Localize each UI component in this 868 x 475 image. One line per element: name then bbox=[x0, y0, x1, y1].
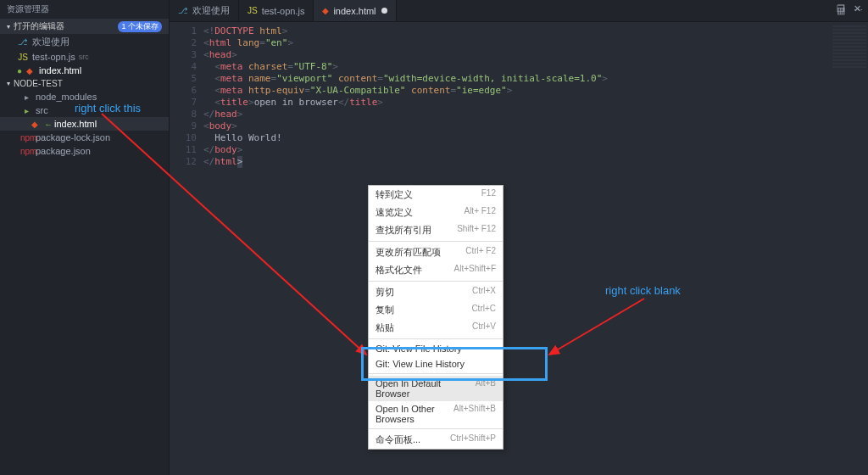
menu-item-label: Open In Default Browser bbox=[376, 378, 476, 399]
menu-item-shortcut: Ctrl+C bbox=[471, 304, 496, 316]
context-menu-item[interactable]: 剪切Ctrl+X bbox=[369, 283, 503, 301]
menu-separator bbox=[369, 338, 503, 339]
menu-item-label: Open In Other Browsers bbox=[376, 404, 453, 424]
menu-item-label: 复制 bbox=[376, 304, 394, 316]
sidebar: 资源管理器 ▾ 打开的编辑器 1 个未保存 ⎇欢迎使用JStest-opn.js… bbox=[0, 0, 170, 475]
restore-window-icon[interactable]: ❐ bbox=[837, 3, 845, 14]
open-editor-item[interactable]: ●◆index.html bbox=[0, 64, 169, 77]
context-menu-item[interactable]: 格式化文件Alt+Shift+F bbox=[369, 261, 503, 279]
dirty-dot-icon bbox=[381, 8, 387, 14]
open-editor-item[interactable]: JStest-opn.jssrc bbox=[0, 50, 169, 64]
menu-separator bbox=[369, 241, 503, 242]
context-menu-item[interactable]: 命令面板...Ctrl+Shift+P bbox=[369, 431, 503, 449]
open-editors-header[interactable]: ▾ 打开的编辑器 1 个未保存 bbox=[0, 19, 169, 34]
menu-item-label: Git: View Line History bbox=[376, 359, 465, 369]
menu-separator bbox=[369, 373, 503, 374]
tab-label: 欢迎使用 bbox=[192, 4, 230, 17]
unsaved-badge: 1 个未保存 bbox=[118, 21, 162, 32]
menu-item-shortcut: Ctrl+X bbox=[472, 286, 496, 299]
code-area[interactable]: 123456789101112 <!DOCTYPE html><html lan… bbox=[170, 22, 868, 475]
context-menu-item[interactable]: 查找所有引用Shift+ F12 bbox=[369, 221, 503, 239]
tree-item-label: index.html bbox=[54, 119, 97, 129]
project-name: NODE-TEST bbox=[14, 79, 63, 88]
context-menu-item[interactable]: 转到定义F12 bbox=[369, 186, 503, 204]
file-type-icon: ⎇ bbox=[17, 37, 29, 47]
context-menu: 转到定义F12速览定义Alt+ F12查找所有引用Shift+ F12更改所有匹… bbox=[368, 185, 504, 450]
editor-tab[interactable]: JStest-opn.js bbox=[239, 0, 314, 21]
chevron-down-icon: ▾ bbox=[7, 23, 10, 31]
open-editor-item[interactable]: ⎇欢迎使用 bbox=[0, 34, 169, 50]
menu-item-label: 剪切 bbox=[376, 286, 394, 299]
open-editors-label: 打开的编辑器 bbox=[14, 20, 64, 32]
file-type-icon: npm bbox=[20, 133, 32, 142]
file-type-icon: ▸ bbox=[20, 92, 32, 102]
context-menu-item[interactable]: Open In Other BrowsersAlt+Shift+B bbox=[369, 401, 503, 427]
file-name: 欢迎使用 bbox=[32, 36, 70, 48]
menu-item-shortcut: Alt+Shift+B bbox=[453, 404, 496, 424]
file-path: src bbox=[79, 53, 89, 61]
tree-item-label: package-lock.json bbox=[36, 132, 110, 142]
menu-item-shortcut: F12 bbox=[481, 188, 496, 201]
menu-item-label: Git: View File History bbox=[376, 344, 462, 354]
file-type-icon: ◆ bbox=[29, 120, 41, 129]
context-menu-item[interactable]: 粘贴Ctrl+V bbox=[369, 319, 503, 337]
context-menu-item[interactable]: 更改所有匹配项Ctrl+ F2 bbox=[369, 243, 503, 261]
file-type-icon: ▸ bbox=[20, 106, 32, 115]
chevron-down-icon: ▾ bbox=[7, 80, 10, 87]
editor-tab[interactable]: ◆index.html bbox=[314, 0, 396, 21]
file-type-icon: ⎇ bbox=[178, 6, 188, 15]
menu-item-label: 转到定义 bbox=[376, 188, 413, 201]
file-type-icon: JS bbox=[17, 53, 29, 62]
file-type-icon: JS bbox=[248, 6, 258, 15]
tree-item[interactable]: npmpackage-lock.json bbox=[0, 131, 169, 144]
tree-item[interactable]: ▸src bbox=[0, 103, 169, 117]
menu-item-shortcut: Ctrl+V bbox=[472, 321, 496, 334]
tab-label: test-opn.js bbox=[262, 6, 305, 16]
menu-item-shortcut: Alt+Shift+F bbox=[454, 264, 496, 277]
tab-bar: ⎇欢迎使用JStest-opn.js◆index.html ▥ ⋯ bbox=[170, 0, 868, 22]
tree-item-label: src bbox=[36, 105, 48, 115]
line-gutter: 123456789101112 bbox=[170, 22, 203, 475]
file-type-icon: ◆ bbox=[24, 66, 36, 75]
menu-item-shortcut: Alt+B bbox=[476, 378, 496, 399]
menu-item-shortcut: Alt+ F12 bbox=[464, 206, 496, 219]
code-content[interactable]: <!DOCTYPE html><html lang="en"><head> <m… bbox=[203, 22, 868, 475]
tab-label: index.html bbox=[333, 6, 376, 16]
minimap[interactable] bbox=[832, 25, 866, 68]
menu-item-label: 命令面板... bbox=[376, 433, 420, 446]
tree-item[interactable]: ◆←index.html bbox=[0, 117, 169, 131]
menu-item-label: 查找所有引用 bbox=[376, 224, 431, 237]
context-menu-item[interactable]: Git: View File History bbox=[369, 341, 503, 356]
tree-item-label: node_modules bbox=[36, 92, 97, 102]
menu-item-shortcut: Ctrl+ F2 bbox=[465, 246, 496, 259]
menu-item-label: 格式化文件 bbox=[376, 264, 422, 277]
context-menu-item[interactable]: Git: View Line History bbox=[369, 356, 503, 372]
explorer-title: 资源管理器 bbox=[0, 0, 169, 19]
dirty-indicator-icon: ● bbox=[17, 66, 22, 75]
file-name: index.html bbox=[39, 65, 81, 75]
tree-item[interactable]: ▸node_modules bbox=[0, 90, 169, 103]
menu-separator bbox=[369, 428, 503, 429]
context-menu-item[interactable]: 速览定义Alt+ F12 bbox=[369, 204, 503, 221]
file-type-icon: ◆ bbox=[322, 6, 329, 15]
menu-item-label: 速览定义 bbox=[376, 206, 413, 219]
menu-item-label: 更改所有匹配项 bbox=[376, 246, 441, 259]
context-menu-item[interactable]: 复制Ctrl+C bbox=[369, 301, 503, 319]
close-window-icon[interactable]: ✕ bbox=[854, 3, 861, 14]
menu-item-shortcut: Ctrl+Shift+P bbox=[450, 433, 496, 446]
menu-item-label: 粘贴 bbox=[376, 321, 394, 334]
tree-item[interactable]: npmpackage.json bbox=[0, 144, 169, 158]
editor-tab[interactable]: ⎇欢迎使用 bbox=[170, 0, 239, 21]
project-root[interactable]: ▾ NODE-TEST bbox=[0, 77, 169, 90]
menu-item-shortcut: Shift+ F12 bbox=[457, 224, 496, 237]
tree-item-label: package.json bbox=[36, 146, 91, 156]
dirty-indicator-icon: ← bbox=[44, 120, 53, 129]
file-name: test-opn.js bbox=[32, 52, 75, 62]
editor: ⎇欢迎使用JStest-opn.js◆index.html ▥ ⋯ 123456… bbox=[170, 0, 868, 475]
menu-separator bbox=[369, 281, 503, 282]
file-type-icon: npm bbox=[20, 147, 32, 156]
context-menu-item[interactable]: Open In Default BrowserAlt+B bbox=[369, 376, 503, 401]
